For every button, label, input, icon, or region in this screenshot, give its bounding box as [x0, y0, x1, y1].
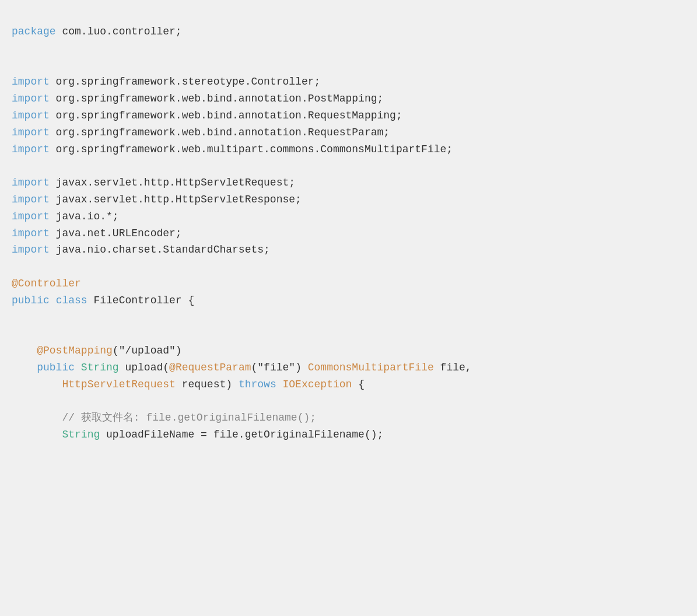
line-7: import org.springframework.web.bind.anno…	[12, 124, 685, 141]
line-blank-3	[12, 57, 685, 74]
line-25: String uploadFileName = file.getOriginal…	[12, 426, 685, 443]
line-6: import org.springframework.web.bind.anno…	[12, 107, 685, 124]
line-16: @Controller	[12, 275, 685, 292]
line-13: import java.net.URLEncoder;	[12, 225, 685, 242]
line-14: import java.nio.charset.StandardCharsets…	[12, 242, 685, 258]
line-11: import javax.servlet.http.HttpServletRes…	[12, 191, 685, 208]
line-1: package com.luo.controller;	[12, 23, 685, 40]
line-17: public class FileController {	[12, 292, 685, 309]
line-10: import javax.servlet.http.HttpServletReq…	[12, 174, 685, 191]
code-viewer: package com.luo.controller; import org.s…	[12, 18, 685, 449]
line-12: import java.io.*;	[12, 208, 685, 225]
line-4: import org.springframework.stereotype.Co…	[12, 74, 685, 90]
line-blank-15	[12, 258, 685, 275]
line-8: import org.springframework.web.multipart…	[12, 141, 685, 158]
line-21: public String upload(@RequestParam("file…	[12, 359, 685, 376]
line-24: // 获取文件名: file.getOriginalFilename();	[12, 410, 685, 426]
line-blank-18	[12, 309, 685, 326]
line-blank-23	[12, 393, 685, 410]
line-blank-9	[12, 158, 685, 174]
line-22: HttpServletRequest request) throws IOExc…	[12, 376, 685, 393]
line-5: import org.springframework.web.bind.anno…	[12, 90, 685, 107]
line-blank-19	[12, 326, 685, 342]
line-20: @PostMapping("/upload")	[12, 342, 685, 359]
line-blank-2	[12, 40, 685, 57]
